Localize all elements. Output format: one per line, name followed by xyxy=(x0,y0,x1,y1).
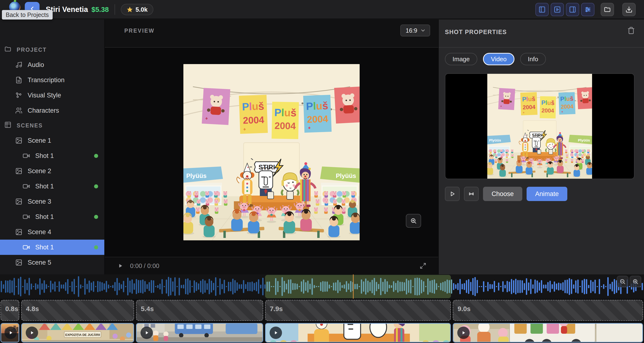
project-sidebar: PROJECT AudioTranscriptionVisual StyleCh… xyxy=(0,20,105,274)
app-window: Pluš 2004 Pluš 2004 Pluš 2004 xyxy=(0,0,644,343)
play-icon xyxy=(29,330,34,336)
magnify-button[interactable] xyxy=(406,214,421,228)
filmstrip-clip-3[interactable] xyxy=(136,323,263,342)
preview-panel-button[interactable] xyxy=(551,3,564,16)
waveform-zoom-in-button[interactable] xyxy=(630,276,641,287)
image-icon xyxy=(15,137,22,144)
projects-folder-icon xyxy=(604,6,611,13)
download-icon xyxy=(626,6,632,13)
animate-button[interactable]: Animate xyxy=(526,187,567,201)
player-bar: 0:00 / 0:00 xyxy=(105,257,438,274)
sidebar-scene-5[interactable]: Scene 5 xyxy=(0,255,104,270)
download-button[interactable] xyxy=(622,3,636,16)
sidebar-item-characters[interactable]: Characters xyxy=(0,103,104,118)
trim-icon xyxy=(468,190,475,197)
settings-sliders-icon xyxy=(584,6,591,13)
audio-waveform-track[interactable] xyxy=(0,274,644,299)
play-outline-icon xyxy=(449,190,456,197)
sidebar-item-audio[interactable]: Audio xyxy=(0,57,104,72)
aspect-ratio-select[interactable]: 16:9 xyxy=(400,24,430,36)
delete-shot-button[interactable] xyxy=(627,27,635,35)
panel-left-button[interactable] xyxy=(536,3,549,16)
segment-duration-label: 4.8s xyxy=(26,305,39,312)
grid-icon xyxy=(4,121,12,130)
sidebar-scene-1-shot-1[interactable]: Shot 1 xyxy=(0,148,104,164)
svg-text:EXPOZIȚIA DE JUCĂRII: EXPOZIȚIA DE JUCĂRII xyxy=(65,333,100,336)
play-button[interactable] xyxy=(117,263,123,269)
timeline-segment-3[interactable]: 5.4s xyxy=(136,300,263,321)
projects-folder-button[interactable] xyxy=(601,3,614,16)
shot-ready-indicator xyxy=(94,215,98,219)
filmstrip-clip-2[interactable]: EXPOZIȚIA DE JUCĂRII xyxy=(21,323,134,342)
tab-info[interactable]: Info xyxy=(520,53,546,65)
file-text-icon xyxy=(15,76,22,84)
panel-right-button[interactable] xyxy=(566,3,579,16)
segment-duration-label: 9.0s xyxy=(458,305,470,312)
video-icon xyxy=(23,244,30,251)
image-icon xyxy=(15,198,22,205)
filmstrip-clip-1[interactable]: Alte știri xyxy=(0,323,19,342)
clip-play-button[interactable] xyxy=(4,326,17,339)
project-section-header: PROJECT xyxy=(0,42,104,57)
tab-video[interactable]: Video xyxy=(483,53,514,65)
clip-play-button[interactable] xyxy=(26,326,38,339)
sidebar-scene-4[interactable]: Scene 4 xyxy=(0,224,104,240)
sidebar-scene-5-shot-1[interactable]: Shot 1 xyxy=(0,270,104,274)
timeline-segment-1[interactable]: 0.8s xyxy=(0,300,19,321)
video-icon xyxy=(23,152,30,159)
users-icon xyxy=(15,107,22,114)
sidebar-scene-2[interactable]: Scene 2 xyxy=(0,164,104,179)
sidebar-scene-1[interactable]: Scene 1 xyxy=(0,133,104,148)
timeline-segment-4[interactable]: 7.9s xyxy=(265,300,451,321)
segment-duration-label: 7.9s xyxy=(270,305,283,312)
image-icon xyxy=(15,168,22,174)
shot-properties-title: SHOT PROPERTIES xyxy=(445,28,507,36)
timeline-segment-2[interactable]: 4.8s xyxy=(21,300,134,321)
video-thumbnail[interactable] xyxy=(445,73,634,179)
sidebar-scene-2-shot-1[interactable]: Shot 1 xyxy=(0,179,104,194)
image-icon xyxy=(15,259,22,266)
shot-properties-header: SHOT PROPERTIES xyxy=(439,20,644,48)
credits-badge[interactable]: 5.0k xyxy=(121,4,154,15)
panel-left-icon xyxy=(538,6,546,13)
filmstrip-clip-5[interactable] xyxy=(453,323,643,342)
preview-panel-icon xyxy=(554,6,561,13)
preview-stage xyxy=(105,48,438,257)
sidebar-scene-3-shot-1[interactable]: Shot 1 xyxy=(0,209,104,224)
zoom-out-icon xyxy=(620,278,626,285)
timeline-segments-track: 0.8s4.8s5.4s7.9s9.0s xyxy=(0,299,644,322)
play-icon xyxy=(461,330,466,336)
folder-icon xyxy=(4,46,12,54)
fullscreen-button[interactable] xyxy=(420,262,426,269)
segment-duration-label: 0.8s xyxy=(5,305,18,312)
zoom-in-icon xyxy=(410,218,417,224)
zoom-in-icon xyxy=(632,278,638,285)
clip-play-button[interactable] xyxy=(457,326,470,339)
chevron-down-icon xyxy=(420,28,426,33)
video-icon xyxy=(23,213,30,220)
playhead[interactable] xyxy=(353,274,354,299)
image-icon xyxy=(15,228,22,236)
clip-play-button[interactable] xyxy=(140,326,153,339)
sidebar-item-visual-style[interactable]: Visual Style xyxy=(0,88,104,103)
tab-image[interactable]: Image xyxy=(445,53,477,65)
main-area: PROJECT AudioTranscriptionVisual StyleCh… xyxy=(0,20,644,274)
sidebar-scene-4-shot-1[interactable]: Shot 1 xyxy=(0,240,104,255)
preview-video-button[interactable] xyxy=(445,187,460,201)
back-tooltip: Back to Projects xyxy=(2,10,53,20)
credits-count: 5.0k xyxy=(136,6,148,13)
settings-sliders-button[interactable] xyxy=(581,3,594,16)
time-display: 0:00 / 0:00 xyxy=(130,262,159,270)
sidebar-scene-3[interactable]: Scene 3 xyxy=(0,194,104,209)
preview-image xyxy=(184,64,360,240)
clip-play-button[interactable] xyxy=(270,326,282,339)
budget-amount: $5.38 xyxy=(92,0,109,19)
choose-button[interactable]: Choose xyxy=(483,187,522,201)
timeline-segment-5[interactable]: 9.0s xyxy=(453,300,643,321)
filmstrip-clip-4[interactable] xyxy=(265,323,451,342)
scenes-section-header: SCENES xyxy=(0,118,104,133)
waveform-zoom-out-button[interactable] xyxy=(617,276,628,287)
sidebar-item-transcription[interactable]: Transcription xyxy=(0,72,104,88)
trim-video-button[interactable] xyxy=(464,187,479,201)
panel-right-icon xyxy=(569,6,576,13)
